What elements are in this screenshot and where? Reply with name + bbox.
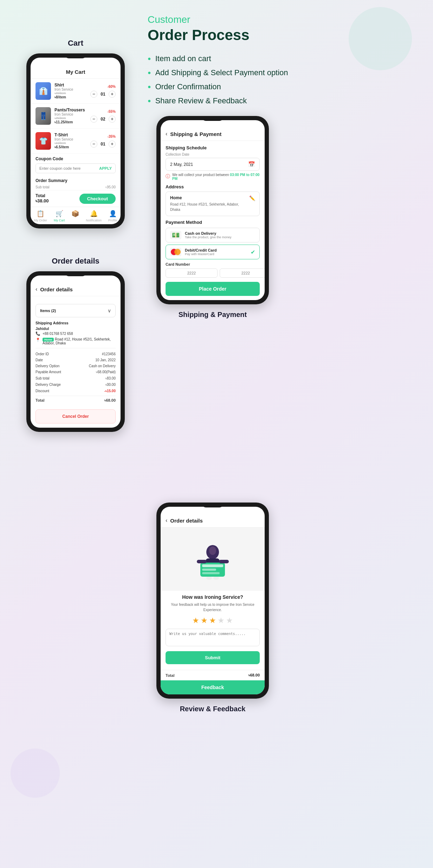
card-option[interactable]: Debit/Credit Card Pay with MasterCard ✔ [166,245,260,259]
feedback-back-btn[interactable]: ‹ [166,517,167,524]
total-label: Total [35,193,49,198]
feature-item-1: Item add on cart [148,54,394,63]
cart-phone-mock: My Cart 👔 Shirt Iron Service ৳20/item ৳8… [26,53,125,228]
shirt-img: 👔 [35,82,51,100]
address-heading: Address [166,184,260,189]
cancel-order-btn[interactable]: Cancel Order [35,409,116,423]
coupon-apply-btn[interactable]: APPLY [96,164,115,173]
feedback-phone-notch [202,503,223,507]
star-1[interactable]: ★ [192,616,199,625]
shipping-back-btn[interactable]: ‹ [166,131,167,137]
comment-textarea[interactable] [166,629,260,646]
cod-sub: Take the product, give the money [185,235,255,239]
cart-item-tshirt-name: T-Shirt [54,132,87,137]
card-info: Debit/Credit Card Pay with MasterCard [185,248,247,256]
star-5[interactable]: ★ [226,616,233,625]
order-details-screen: ‹ Order details Items (2) ∨ Shipping Add… [31,276,121,428]
cart-item-shirt-service: Iron Service [54,88,87,91]
cart-item-shirt-info: Shirt Iron Service ৳20/item ৳8/item [54,83,87,99]
coupon-input-row: APPLY [35,163,116,173]
cart-item-pants-price-new: ৳11.25/item [54,120,87,124]
card-input-2[interactable] [220,268,265,278]
subtotal-label: Sub total [35,185,49,189]
my-order-label: My Order [34,219,47,222]
cart-item-pants-qty: − 02 + [90,116,116,123]
order-summary-title: Order Summary [35,178,116,183]
cart-item-shirt-name: Shirt [54,83,87,88]
total-left: Total ৳38.00 [35,193,49,204]
shipping-screen-header: ‹ Shipping & Payment [161,127,265,141]
customer-address-detail: Home Road #12, House #52/1, Sekhertek, A… [43,337,116,345]
payable-amount-val: ৳68.00(Paid) [96,370,116,374]
cart-item-tshirt: 👕 T-Shirt Iron Service ৳10/item ৳6.5/ite… [31,129,121,154]
order-date-label: Date [35,358,43,362]
order-details-phone-mock: ‹ Order details Items (2) ∨ Shipping Add… [26,271,125,432]
feedback-content: How was Ironing Service? Your feedback w… [161,591,265,670]
star-4[interactable]: ★ [218,616,225,625]
address-home-label: Home [170,195,249,200]
header-title: Order Process [148,27,394,44]
svg-rect-8 [202,569,216,571]
sub-total-val: ৳83.00 [105,376,116,381]
cart-item-shirt: 👔 Shirt Iron Service ৳20/item ৳8/item -6… [31,79,121,104]
tshirt-qty-plus[interactable]: + [109,141,116,148]
info-icon: ⓘ [166,173,170,180]
order-id-row: Order ID #123456 [35,351,116,357]
submit-btn[interactable]: Submit [166,651,260,664]
cart-item-pants-service: Iron Service [54,112,87,116]
feedback-total-label: Total [166,673,174,678]
cart-section: Cart My Cart 👔 Shirt Iron Service ৳20/it… [18,39,134,228]
chevron-down-icon: ∨ [108,308,111,313]
order-details-section-label: Order details [18,257,134,266]
checkout-btn[interactable]: Checkout [79,194,116,204]
order-date-val: 10 Jan, 2022 [95,358,116,362]
pants-qty-minus[interactable]: − [90,116,97,123]
order-id-label: Order ID [35,352,49,356]
items-accordion[interactable]: Items (2) ∨ [35,304,116,317]
cart-item-shirt-right: -60% − 01 + [90,85,116,98]
cart-phone-screen: My Cart 👔 Shirt Iron Service ৳20/item ৳8… [31,58,121,224]
order-summary-subtotal-row: Sub total ৳95.00 [35,184,116,190]
nav-notification[interactable]: 🔔 Notification [86,210,102,222]
feedback-bottom-bar: Total ৳68.00 [161,670,265,680]
date-picker-row[interactable]: 2 May, 2021 📅 [166,158,260,171]
address-detail: Road #12, House #52/1, Sekhertek, Adabor… [170,202,249,212]
nav-my-order[interactable]: 📋 My Order [34,210,47,222]
nav-profile[interactable]: 👤 Profile [108,210,117,222]
order-date-row: Date 10 Jan, 2022 [35,357,116,363]
shirt-qty-minus[interactable]: − [90,91,97,98]
order-details-back-btn[interactable]: ‹ [35,286,37,292]
tshirt-qty-num: 01 [100,142,106,147]
star-3[interactable]: ★ [209,616,216,625]
info-text: We will collect your product between 03:… [172,173,260,181]
pants-qty-plus[interactable]: + [109,116,116,123]
nav-my-cart[interactable]: 🛒 My Cart [54,210,65,222]
items-accordion-label: Items (2) [40,309,56,313]
order-info-table: Order ID #123456 Date 10 Jan, 2022 Deliv… [35,348,116,404]
nav-service[interactable]: 📦 [71,210,79,222]
order-details-screen-header: ‹ Order details [31,282,121,296]
feedback-question: How was Ironing Service? [166,594,260,600]
cod-option[interactable]: 💵 Cash on Delivery Take the product, giv… [166,228,260,242]
star-2[interactable]: ★ [201,616,208,625]
pants-qty-num: 02 [100,117,106,122]
card-input-1[interactable] [166,268,218,278]
coupon-input[interactable] [36,164,96,173]
card-name: Debit/Credit Card [185,248,247,252]
total-row: Total ৳68.00 [35,396,116,404]
cart-item-tshirt-right: -35% − 01 + [90,135,116,148]
address-edit-icon[interactable]: ✏️ [249,195,255,201]
feedback-btn[interactable]: Feedback [161,680,265,694]
cod-icon: 💵 [170,231,181,239]
tshirt-qty-minus[interactable]: − [90,141,97,148]
cart-item-tshirt-service: Iron Service [54,137,87,141]
feedback-illustration-bg [161,527,265,591]
coupon-title: Coupon Code [35,156,116,161]
card-number-label: Card Number [166,262,260,266]
delivery-charge-val: ৳00.00 [105,383,116,387]
subtotal-val: ৳95.00 [105,185,116,189]
place-order-btn[interactable]: Place Order [166,282,260,296]
shirt-qty-plus[interactable]: + [109,91,116,98]
feedback-screen-title: Order details [170,518,203,524]
mastercard-icon [170,248,181,256]
